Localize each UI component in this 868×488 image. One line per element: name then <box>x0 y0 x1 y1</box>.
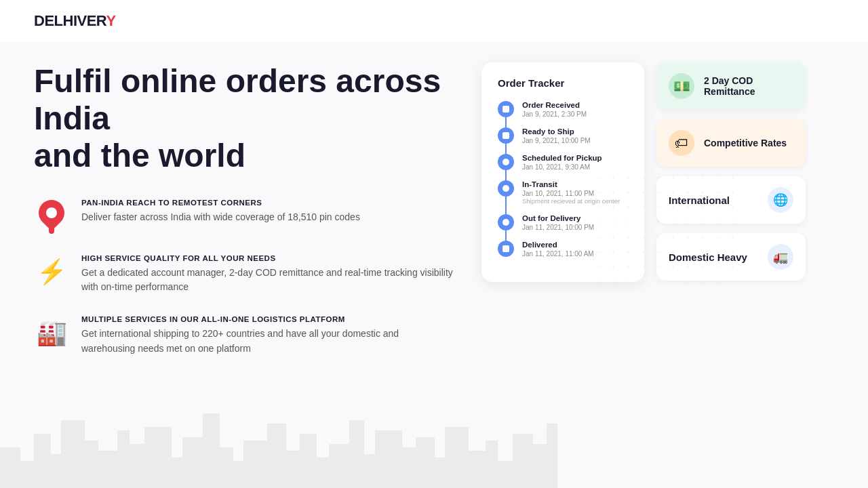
warehouse-icon: 🏭 <box>34 315 69 350</box>
step-dot-5 <box>498 214 514 230</box>
feature-service-heading: HIGH SERVICE QUALITY FOR ALL YOUR NEEDS <box>81 254 454 262</box>
international-label: International <box>669 195 730 206</box>
bolt-icon: ⚡ <box>34 254 69 289</box>
domestic-heavy-card[interactable]: Domestic Heavy 🚛 <box>656 233 806 281</box>
step-content-1: Order Received Jan 9, 2021, 2:30 PM <box>522 101 587 118</box>
cod-remittance-icon: 💵 <box>669 73 694 99</box>
order-tracker-card: Order Tracker Order Received Jan 9, 2021… <box>481 62 644 282</box>
step-dot-6 <box>498 241 514 257</box>
feature-platform-heading: MULTIPLE SERVICES IN OUR ALL-IN-ONE LOGI… <box>81 315 454 323</box>
feature-platform: 🏭 MULTIPLE SERVICES IN OUR ALL-IN-ONE LO… <box>34 315 454 356</box>
logo-accent: Y <box>106 12 115 29</box>
feature-service-text: HIGH SERVICE QUALITY FOR ALL YOUR NEEDS … <box>81 254 454 295</box>
tracker-title: Order Tracker <box>498 77 628 89</box>
step-content-4: In-Transit Jan 10, 2021, 11:00 PM Shipme… <box>522 180 620 205</box>
timeline-step-2: Ready to Ship Jan 9, 2021, 10:00 PM <box>498 127 628 144</box>
feature-service-desc: Get a dedicated account manager, 2-day C… <box>81 266 454 295</box>
domestic-heavy-icon: 🚛 <box>768 244 793 270</box>
feature-platform-text: MULTIPLE SERVICES IN OUR ALL-IN-ONE LOGI… <box>81 315 454 356</box>
step-content-6: Delivered Jan 11, 2021, 11:00 AM <box>522 241 594 258</box>
step-content-5: Out for Delivery Jan 11, 2021, 10:00 PM <box>522 214 594 231</box>
competitive-rates-icon: 🏷 <box>669 130 694 156</box>
hero-title: Fulfil online orders across India and th… <box>34 62 454 175</box>
cod-remittance-card[interactable]: 💵 2 Day COD Remittance <box>656 62 806 110</box>
logo: DELHIVERY <box>34 12 834 30</box>
competitive-rates-card[interactable]: 🏷 Competitive Rates <box>656 119 806 167</box>
feature-platform-desc: Get international shipping to 220+ count… <box>81 327 454 356</box>
svg-rect-0 <box>502 106 509 113</box>
svg-rect-5 <box>502 245 509 252</box>
svg-point-4 <box>502 219 509 226</box>
timeline-step-5: Out for Delivery Jan 11, 2021, 10:00 PM <box>498 214 628 231</box>
header: DELHIVERY <box>0 0 868 42</box>
feature-pan-india-text: PAN-INDIA REACH TO REMOTEST CORNERS Deli… <box>81 199 360 225</box>
international-card[interactable]: International 🌐 <box>656 176 806 224</box>
timeline-step-4: In-Transit Jan 10, 2021, 11:00 PM Shipme… <box>498 180 628 205</box>
step-dot-3 <box>498 154 514 170</box>
step-dot-1 <box>498 101 514 117</box>
timeline-step-3: Scheduled for Pickup Jan 10, 2021, 9:30 … <box>498 154 628 171</box>
competitive-rates-label: Competitive Rates <box>704 138 787 148</box>
domestic-heavy-label: Domestic Heavy <box>669 251 747 263</box>
feature-pan-india: PAN-INDIA REACH TO REMOTEST CORNERS Deli… <box>34 199 454 234</box>
timeline-step-6: Delivered Jan 11, 2021, 11:00 AM <box>498 241 628 258</box>
international-icon: 🌐 <box>768 187 793 213</box>
step-content-3: Scheduled for Pickup Jan 10, 2021, 9:30 … <box>522 154 602 171</box>
feature-pan-india-desc: Deliver faster across India with wide co… <box>81 210 360 225</box>
main-content: Fulfil online orders across India and th… <box>0 42 868 376</box>
svg-rect-1 <box>502 132 509 139</box>
step-dot-2 <box>498 127 514 144</box>
step-dot-4 <box>498 180 514 197</box>
pin-icon <box>34 199 69 234</box>
svg-point-3 <box>502 185 509 192</box>
timeline-step-1: Order Received Jan 9, 2021, 2:30 PM <box>498 101 628 118</box>
step-content-2: Ready to Ship Jan 9, 2021, 10:00 PM <box>522 127 591 144</box>
skyline-decoration <box>0 407 868 488</box>
feature-pan-india-heading: PAN-INDIA REACH TO REMOTEST CORNERS <box>81 199 360 207</box>
feature-service-quality: ⚡ HIGH SERVICE QUALITY FOR ALL YOUR NEED… <box>34 254 454 295</box>
svg-point-2 <box>502 159 509 165</box>
cod-remittance-label: 2 Day COD Remittance <box>704 75 793 97</box>
logo-text: DELHIVER <box>34 12 106 29</box>
right-panel: Order Tracker Order Received Jan 9, 2021… <box>481 62 806 282</box>
left-panel: Fulfil online orders across India and th… <box>34 62 454 376</box>
timeline: Order Received Jan 9, 2021, 2:30 PM Read… <box>498 101 628 258</box>
feature-cards-panel: 💵 2 Day COD Remittance 🏷 Competitive Rat… <box>656 62 806 281</box>
